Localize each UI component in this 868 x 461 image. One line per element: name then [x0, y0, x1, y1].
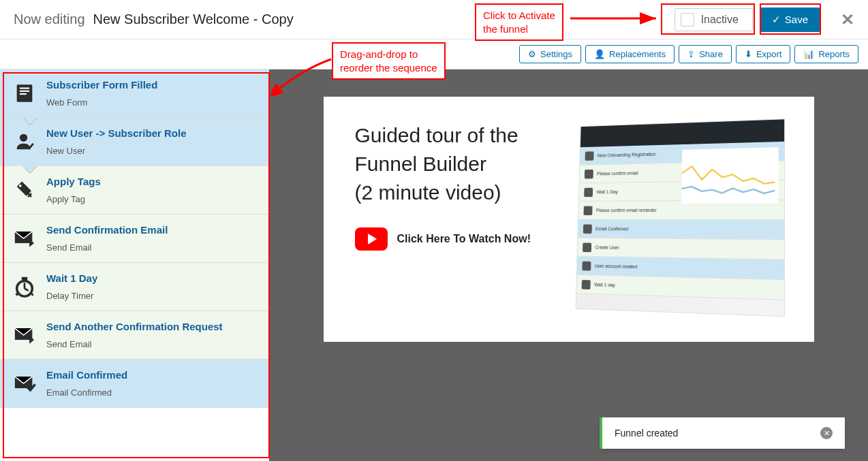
status-label: Inactive	[701, 14, 739, 26]
tour-title: Guided tour of the Funnel Builder (2 min…	[355, 121, 551, 207]
tag-icon	[12, 178, 37, 202]
step-subtitle: Delay Timer	[46, 291, 258, 301]
replacements-button[interactable]: 👤 Replacements	[585, 45, 675, 63]
step-title: New User -> Subscriber Role	[46, 127, 258, 139]
main-area: Subscriber Form Filled Web Form New User…	[0, 69, 868, 461]
youtube-play-icon	[355, 227, 388, 251]
toast-message: Funnel created	[615, 428, 678, 439]
step-title: Send Confirmation Email	[46, 224, 258, 236]
person-icon: 👤	[594, 49, 605, 59]
mail-icon	[12, 323, 37, 347]
gear-icon: ⚙	[528, 49, 536, 59]
status-toggle-box[interactable]: Inactive	[675, 8, 753, 31]
editor-header: Now editing New Subscriber Welcome - Cop…	[0, 0, 868, 39]
step-subtitle: Send Email	[46, 339, 258, 349]
mail-icon	[12, 226, 37, 251]
tour-preview-image: New Onboarding Registration Please confi…	[575, 118, 785, 317]
step-subtitle: Apply Tag	[46, 194, 258, 204]
user-icon	[12, 129, 37, 154]
step-subscriber-form-filled[interactable]: Subscriber Form Filled Web Form	[0, 69, 269, 118]
step-title: Wait 1 Day	[46, 272, 258, 284]
svg-point-4	[20, 134, 27, 142]
step-subtitle: New User	[46, 146, 258, 156]
chart-icon: 📊	[803, 49, 814, 59]
annotation-activate: Click to Activate the funnel	[475, 3, 563, 41]
share-button[interactable]: ⇪ Share	[679, 45, 732, 63]
svg-rect-1	[20, 88, 29, 89]
settings-button[interactable]: ⚙ Settings	[519, 45, 581, 63]
step-send-another-confirmation[interactable]: Send Another Confirmation Request Send E…	[0, 311, 269, 360]
reports-button[interactable]: 📊 Reports	[794, 45, 858, 63]
svg-rect-8	[22, 277, 28, 280]
arrow-drag-icon	[271, 58, 336, 99]
step-email-confirmed[interactable]: Email Confirmed Email Confirmed	[0, 360, 269, 408]
form-icon	[12, 81, 37, 106]
arrow-activate-icon	[569, 10, 661, 31]
step-title: Apply Tags	[46, 176, 258, 187]
funnel-name: New Subscriber Welcome - Copy	[93, 12, 294, 27]
mail-check-icon	[12, 371, 37, 396]
toast-notification: Funnel created ✕	[600, 417, 845, 449]
step-subtitle: Email Confirmed	[46, 387, 258, 398]
timer-icon	[12, 274, 37, 299]
export-button[interactable]: ⬇ Export	[736, 45, 791, 63]
step-subtitle: Web Form	[46, 97, 258, 108]
now-editing-label: Now editing	[14, 12, 85, 27]
step-title: Subscriber Form Filled	[46, 79, 258, 91]
annotation-drag: Drag-and-drop to reorder the sequence	[332, 42, 446, 80]
share-icon: ⇪	[687, 49, 695, 59]
status-toggle-checkbox[interactable]	[681, 13, 694, 27]
content-area: Guided tour of the Funnel Builder (2 min…	[269, 69, 868, 461]
step-apply-tags[interactable]: Apply Tags Apply Tag	[0, 166, 269, 214]
svg-rect-2	[20, 91, 29, 92]
check-icon: ✓	[772, 14, 781, 26]
step-wait-1-day[interactable]: Wait 1 Day Delay Timer	[0, 263, 269, 311]
step-title: Email Confirmed	[46, 369, 258, 381]
download-icon: ⬇	[745, 49, 752, 59]
svg-rect-3	[20, 93, 27, 95]
step-subtitle: Send Email	[46, 242, 258, 253]
toast-close-icon[interactable]: ✕	[820, 427, 833, 439]
step-send-confirmation-email[interactable]: Send Confirmation Email Send Email	[0, 214, 269, 263]
guided-tour-card: Guided tour of the Funnel Builder (2 min…	[324, 97, 814, 342]
save-button[interactable]: ✓ Save	[760, 7, 820, 32]
watch-video-link[interactable]: Click Here To Watch Now!	[355, 227, 551, 251]
svg-point-5	[19, 185, 22, 187]
step-title: Send Another Confirmation Request	[46, 321, 258, 332]
step-new-user-subscriber[interactable]: New User -> Subscriber Role New User	[0, 118, 269, 166]
close-icon[interactable]: ✕	[841, 10, 854, 29]
steps-sidebar: Subscriber Form Filled Web Form New User…	[0, 69, 269, 461]
